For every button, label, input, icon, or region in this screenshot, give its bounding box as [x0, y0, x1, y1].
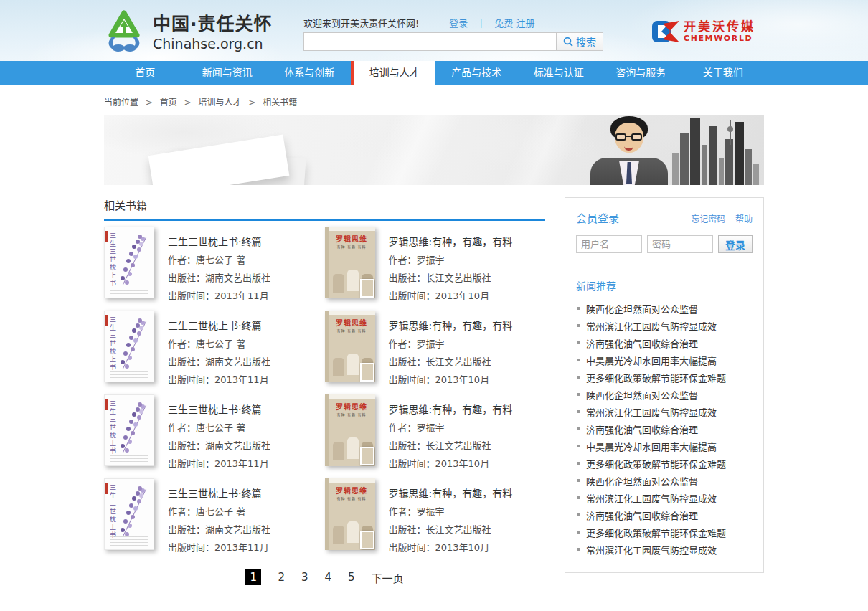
bullet-icon [577, 445, 580, 447]
book-publisher: 出版社：湖南文艺出版社 [168, 270, 270, 284]
book-publisher: 出版社：长江文艺出版社 [389, 438, 513, 452]
pagination-page-4[interactable]: 4 [324, 571, 331, 584]
news-list-item[interactable]: 常州滨江化工园废气防控显成效 [576, 541, 753, 558]
chemworld-brand-logo: 开美沃传媒 CHEMWORLD [652, 20, 755, 43]
news-item-text: 常州滨江化工园废气防控显成效 [586, 319, 717, 333]
news-list-item[interactable]: 陕西化企坦然面对公众监督 [576, 472, 753, 489]
register-link[interactable]: 免费 注册 [494, 16, 534, 29]
news-list-item[interactable]: 中昊晨光冷却水回用率大幅提高 [576, 351, 753, 369]
news-recommend-title: 新闻推荐 [576, 278, 753, 293]
book-publish-date: 出版时间：2013年10月 [389, 456, 513, 470]
news-list-item[interactable]: 中昊晨光冷却水回用率大幅提高 [576, 437, 753, 455]
pagination-page-5[interactable]: 5 [348, 571, 355, 584]
username-field[interactable] [576, 235, 642, 253]
login-button[interactable]: 登录 [718, 235, 753, 253]
nav-item-standards[interactable]: 标准与认证 [518, 61, 600, 85]
login-form: 登录 [576, 235, 753, 253]
book-cover-title-text: 罗辑思维 [329, 317, 375, 328]
nav-item-system[interactable]: 体系与创新 [268, 61, 351, 85]
bullet-icon [577, 307, 580, 310]
nav-item-news[interactable]: 新闻与资讯 [187, 61, 269, 85]
login-link[interactable]: 登录 [449, 16, 468, 29]
nav-item-training-active[interactable]: 培训与人才 [351, 61, 436, 85]
sidebar-divider [576, 267, 753, 267]
news-list-item[interactable]: 常州滨江化工园废气防控显成效 [576, 489, 753, 506]
book-cover-image[interactable]: 三生三世枕上书 [104, 394, 154, 466]
news-item-text: 济南强化油气回收综合治理 [586, 422, 698, 436]
book-cover-image[interactable]: 三生三世枕上书 [104, 478, 154, 550]
news-list-item[interactable]: 陕西化企坦然面对公众监督 [576, 386, 753, 403]
news-list-item[interactable]: 陕西化企坦然面对公众监督 [576, 300, 753, 317]
book-cover-image[interactable]: 三生三世枕上书 [104, 311, 154, 382]
book-cover-image[interactable]: 罗辑思维 有种 有趣 有料 [325, 394, 375, 466]
pagination-next-button[interactable]: 下一页 [372, 570, 404, 585]
news-item-text: 更多细化政策破解节能环保金难题 [586, 526, 726, 539]
search-button[interactable]: 搜索 [556, 32, 603, 51]
book-list-item[interactable]: 罗辑思维 有种 有趣 有料 罗辑思维:有种，有趣，有料 作者：罗振宇 出版社：长… [325, 221, 546, 305]
news-item-text: 常州滨江化工园废气防控显成效 [586, 543, 717, 556]
pagination-page-2[interactable]: 2 [278, 571, 285, 584]
breadcrumb-prefix: 当前位置 [104, 98, 138, 108]
book-cover-image[interactable]: 罗辑思维 有种 有趣 有料 [325, 478, 375, 550]
book-title[interactable]: 三生三世枕上书·终篇 [168, 234, 270, 248]
book-list-item[interactable]: 三生三世枕上书 三生三世枕上书·终篇 作者：唐七公子 著 出版社：湖南文艺出版社… [104, 473, 325, 556]
banner-tower-graphic [730, 120, 731, 145]
pagination-page-3[interactable]: 3 [301, 571, 308, 584]
book-cover-subtitle-text: 有种 有趣 有料 [329, 328, 375, 333]
book-list-item[interactable]: 罗辑思维 有种 有趣 有料 罗辑思维:有种，有趣，有料 作者：罗振宇 出版社：长… [325, 473, 546, 556]
help-link[interactable]: 帮助 [735, 214, 753, 224]
news-list-item[interactable]: 更多细化政策破解节能环保金难题 [576, 369, 753, 386]
book-author: 作者：罗振宇 [389, 420, 513, 434]
news-list-item[interactable]: 常州滨江化工园废气防控显成效 [576, 317, 753, 334]
news-list-item[interactable]: 更多细化政策破解节能环保金难题 [576, 455, 753, 472]
book-author: 作者：罗振宇 [389, 336, 513, 350]
book-list-item[interactable]: 罗辑思维 有种 有趣 有料 罗辑思维:有种，有趣，有料 作者：罗振宇 出版社：长… [325, 305, 546, 389]
forgot-password-link[interactable]: 忘记密码 [691, 214, 725, 224]
member-login-title: 会员登录 [576, 210, 619, 225]
news-item-text: 更多细化政策破解节能环保金难题 [586, 457, 726, 470]
book-publisher: 出版社：湖南文艺出版社 [168, 522, 270, 536]
bullet-icon [577, 427, 580, 430]
book-author: 作者：唐七公子 著 [168, 252, 270, 266]
book-title[interactable]: 罗辑思维:有种，有趣，有料 [389, 318, 513, 332]
news-list-item[interactable]: 更多细化政策破解节能环保金难题 [576, 524, 753, 541]
book-cover-title-text: 三生三世枕上书 [108, 316, 118, 371]
book-list-item[interactable]: 三生三世枕上书 三生三世枕上书·终篇 作者：唐七公子 著 出版社：湖南文艺出版社… [104, 305, 325, 389]
footer: Copyright © 2009-2013 www.ccin.com.cn Al… [104, 607, 764, 611]
book-publisher: 出版社：湖南文艺出版社 [168, 438, 270, 452]
book-title[interactable]: 三生三世枕上书·终篇 [168, 486, 270, 500]
book-cover-image[interactable]: 三生三世枕上书 [104, 227, 154, 298]
book-title[interactable]: 三生三世枕上书·终篇 [168, 402, 270, 416]
nav-item-consulting[interactable]: 咨询与服务 [600, 61, 682, 85]
book-title[interactable]: 罗辑思维:有种，有趣，有料 [389, 486, 513, 500]
breadcrumb-home-link[interactable]: 首页 [160, 98, 177, 108]
news-list-item[interactable]: 济南强化油气回收综合治理 [576, 334, 753, 351]
book-cover-image[interactable]: 罗辑思维 有种 有趣 有料 [325, 227, 375, 298]
book-title[interactable]: 罗辑思维:有种，有趣，有料 [389, 234, 513, 248]
breadcrumb-separator: > [248, 98, 255, 108]
book-cover-subtitle-text: 有种 有趣 有料 [329, 412, 375, 417]
book-list-item[interactable]: 罗辑思维 有种 有趣 有料 罗辑思维:有种，有趣，有料 作者：罗振宇 出版社：长… [325, 389, 546, 473]
book-cover-image[interactable]: 罗辑思维 有种 有趣 有料 [325, 311, 375, 382]
site-logo[interactable]: 中国·责任关怀 Chinahse.org.cn [104, 9, 273, 52]
book-title[interactable]: 三生三世枕上书·终篇 [168, 318, 270, 332]
book-list-item[interactable]: 三生三世枕上书 三生三世枕上书·终篇 作者：唐七公子 著 出版社：湖南文艺出版社… [104, 389, 325, 473]
news-item-text: 陕西化企坦然面对公众监督 [586, 474, 698, 488]
nav-item-products[interactable]: 产品与技术 [435, 61, 518, 85]
password-field[interactable] [647, 235, 713, 253]
news-list-item[interactable]: 济南强化油气回收综合治理 [576, 420, 753, 437]
book-publisher: 出版社：湖南文艺出版社 [168, 354, 270, 368]
nav-item-home[interactable]: 首页 [104, 61, 187, 85]
news-list: 陕西化企坦然面对公众监督 常州滨江化工园废气防控显成效 济南强化油气回收综合治理… [576, 300, 753, 558]
breadcrumb-training-link[interactable]: 培训与人才 [198, 98, 241, 108]
site-header: 中国·责任关怀 Chinahse.org.cn 欢迎来到开美沃责任关怀网! 登录… [0, 0, 868, 61]
book-title[interactable]: 罗辑思维:有种，有趣，有料 [389, 402, 513, 416]
search-input[interactable] [303, 32, 556, 51]
nav-item-about[interactable]: 关于我们 [682, 61, 765, 85]
news-list-item[interactable]: 济南强化油气回收综合治理 [576, 506, 753, 524]
pagination-page-1-active[interactable]: 1 [245, 569, 261, 585]
bullet-icon [577, 324, 580, 327]
news-list-item[interactable]: 常州滨江化工园废气防控显成效 [576, 403, 753, 420]
book-list-item[interactable]: 三生三世枕上书 三生三世枕上书·终篇 作者：唐七公子 著 出版社：湖南文艺出版社… [104, 221, 325, 305]
breadcrumb-current: 相关书籍 [263, 98, 297, 108]
